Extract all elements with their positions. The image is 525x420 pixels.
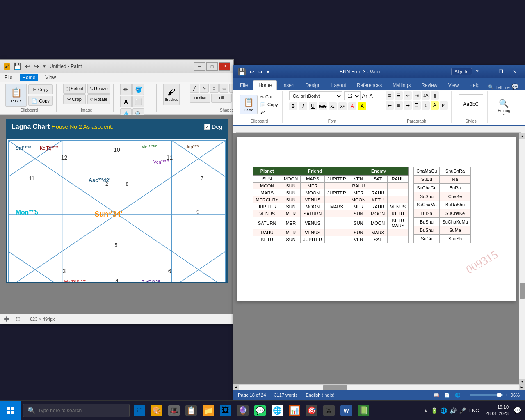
tab-review[interactable]: Review xyxy=(416,80,443,90)
menu-file[interactable]: File xyxy=(2,74,15,81)
italic-button[interactable]: I xyxy=(299,102,307,110)
tab-file[interactable]: File xyxy=(235,80,253,90)
tab-layout[interactable]: Layout xyxy=(326,80,352,90)
powerpoint-icon[interactable]: 📊 xyxy=(286,402,303,420)
zoom-in[interactable]: + xyxy=(505,393,507,397)
select-icon[interactable]: ⬚ xyxy=(16,316,20,322)
zoom-out[interactable]: ─ xyxy=(466,393,469,397)
align-left[interactable]: ⬅ xyxy=(386,101,394,110)
justify[interactable]: ☰ xyxy=(413,101,421,110)
app13-icon[interactable]: 📗 xyxy=(355,402,372,420)
copy-button[interactable]: 📄Copy xyxy=(28,96,53,106)
align-center[interactable]: ≡ xyxy=(395,101,403,110)
round-rect-btn[interactable]: ▭ xyxy=(219,84,228,93)
search-input[interactable] xyxy=(38,408,120,413)
app10-icon[interactable]: 🎯 xyxy=(304,402,320,420)
subscript-button[interactable]: x₂ xyxy=(329,102,337,110)
up-arrow-icon[interactable]: ▲ xyxy=(423,408,428,413)
word-quick-dropdown[interactable]: ▼ xyxy=(266,69,270,74)
curve-btn[interactable]: ∿ xyxy=(200,84,209,93)
zoom-slider[interactable] xyxy=(470,394,503,396)
brushes-button[interactable]: 🖌 Brushes xyxy=(163,84,180,105)
show-all[interactable]: ¶ xyxy=(431,91,439,100)
clipboard-taskbar-icon[interactable]: 📋 xyxy=(183,402,199,420)
numbered-list[interactable]: ☰ xyxy=(395,91,403,100)
view-read[interactable]: 📖 xyxy=(434,393,439,398)
rotate-button[interactable]: ↻Rotate xyxy=(87,94,110,104)
word-copy[interactable]: 📄Copy xyxy=(259,101,279,108)
indent[interactable]: ⇥ xyxy=(413,91,421,100)
word-help[interactable]: ? xyxy=(475,68,479,75)
word-format-painter[interactable]: 🖌 xyxy=(259,109,279,116)
word-undo[interactable]: ↩ xyxy=(249,68,254,75)
word-scrollbar-h[interactable]: ◄ ► xyxy=(233,384,525,390)
editing-button[interactable]: 🔍 Editing ▼ xyxy=(494,97,514,118)
sort[interactable]: ↕A xyxy=(422,91,430,100)
scroll-right-btn[interactable]: ► xyxy=(519,385,525,390)
eraser-button[interactable]: ⬜ xyxy=(132,96,144,107)
tab-home[interactable]: Home xyxy=(253,80,277,90)
fill-button[interactable]: 🪣 xyxy=(132,84,144,95)
notification-icon[interactable]: 💬 xyxy=(514,406,522,414)
h-scroll-thumb[interactable] xyxy=(323,385,347,390)
underline-button[interactable]: U xyxy=(309,102,317,110)
paste-button[interactable]: 📋 Paste xyxy=(5,84,27,107)
start-button[interactable] xyxy=(0,401,21,420)
paint-taskbar-icon[interactable]: 🎨 xyxy=(148,402,165,420)
chrome-icon[interactable]: 🌐 xyxy=(269,402,285,420)
view-web[interactable]: 🌐 xyxy=(455,393,461,398)
zoom-thumb[interactable] xyxy=(497,393,502,397)
fill-btn[interactable]: Fill xyxy=(211,94,232,103)
border[interactable]: ⊡ xyxy=(440,101,448,110)
close-button[interactable]: ✕ xyxy=(219,62,230,71)
text-button[interactable]: A xyxy=(120,96,132,107)
word-minimize[interactable]: ─ xyxy=(480,68,493,76)
deg-checkbox[interactable]: ✓ xyxy=(204,124,210,130)
word-redo[interactable]: ↪ xyxy=(258,68,262,75)
h-scroll-track[interactable] xyxy=(239,385,519,390)
menu-home[interactable]: Home xyxy=(20,74,38,81)
word-close[interactable]: ✕ xyxy=(508,68,521,76)
view-print[interactable]: 📄 xyxy=(444,393,450,398)
file-explorer-icon[interactable]: 📁 xyxy=(200,402,217,420)
app11-icon[interactable]: ⚔ xyxy=(321,402,337,420)
rect-btn[interactable]: □ xyxy=(210,84,219,93)
superscript-button[interactable]: x² xyxy=(338,102,347,110)
highlight-button[interactable]: A xyxy=(358,102,366,110)
tab-help[interactable]: Help xyxy=(464,80,485,90)
comments-icon[interactable]: 💬 xyxy=(511,83,518,90)
photos-icon[interactable]: 🖼 xyxy=(217,402,234,420)
bold-button[interactable]: B xyxy=(289,102,297,110)
whatsapp-icon[interactable]: 💬 xyxy=(252,402,268,420)
font-size-select[interactable]: 12 xyxy=(344,91,361,100)
hat-icon[interactable]: 🎩 xyxy=(166,402,182,420)
strikethrough-button[interactable]: abc xyxy=(319,102,327,110)
scroll-down-btn[interactable]: ▼ xyxy=(519,379,525,384)
scroll-track[interactable] xyxy=(519,139,525,379)
scroll-left-btn[interactable]: ◄ xyxy=(233,385,239,390)
save-icon[interactable]: 💾 xyxy=(14,62,22,70)
align-right[interactable]: ➡ xyxy=(404,101,412,110)
tell-me[interactable]: Tell me xyxy=(495,85,510,90)
select-button[interactable]: ⬚Select xyxy=(63,84,86,94)
battery-icon[interactable]: 🔋 xyxy=(431,407,438,414)
tab-mailings[interactable]: Mailings xyxy=(387,80,416,90)
editing-dropdown[interactable]: ▼ xyxy=(502,113,506,116)
mic-icon[interactable]: 🎤 xyxy=(459,407,466,414)
bullet-list[interactable]: ≡ xyxy=(386,91,394,100)
tab-references[interactable]: References xyxy=(352,80,387,90)
network-icon[interactable]: 🌐 xyxy=(440,407,447,414)
resize-button[interactable]: ⤡Resize xyxy=(87,84,110,94)
word-restore[interactable]: ❐ xyxy=(494,68,507,76)
volume-icon[interactable]: 🔊 xyxy=(450,407,457,414)
pencil-button[interactable]: ✏ xyxy=(120,84,132,95)
maximize-button[interactable]: □ xyxy=(206,62,218,71)
redo-icon[interactable]: ↪ xyxy=(34,62,39,70)
canvas-area[interactable]: Lagna Chart House No.2 As ascdent. ✓ Deg xyxy=(0,115,233,314)
dropdown-icon[interactable]: ▼ xyxy=(42,64,46,68)
outdent[interactable]: ⇤ xyxy=(404,91,412,100)
signin-button[interactable]: Sign in xyxy=(451,68,472,75)
font-shrink[interactable]: A↓ xyxy=(370,93,375,99)
scroll-up-btn[interactable]: ▲ xyxy=(519,133,525,139)
tab-design[interactable]: Design xyxy=(300,80,326,90)
